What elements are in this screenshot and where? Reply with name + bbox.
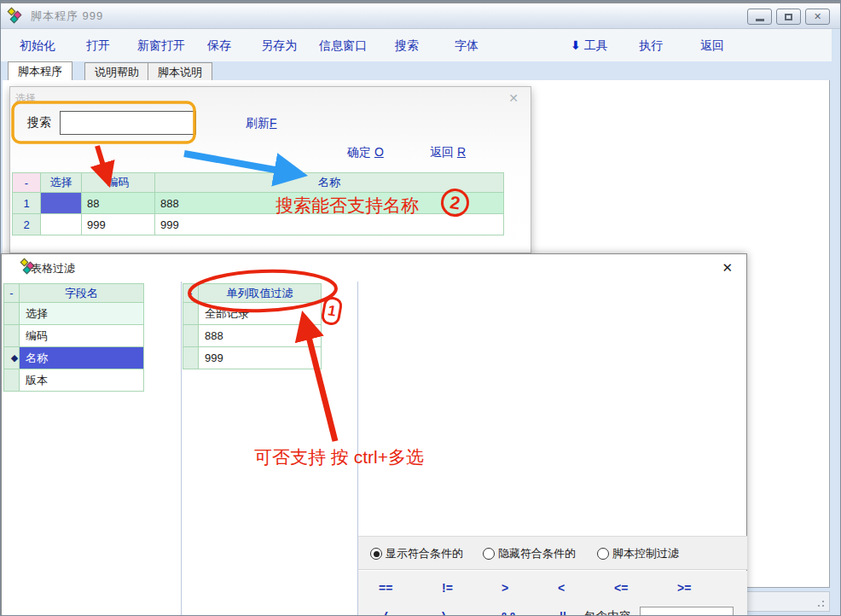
value-item[interactable]: 全部记录	[199, 303, 322, 325]
name-cell[interactable]: 888	[155, 193, 504, 214]
name-cell[interactable]: 999	[155, 214, 504, 235]
tab-script-notes[interactable]: 脚本说明	[148, 62, 212, 80]
op-and[interactable]: &&	[500, 610, 517, 616]
select-table: - 选择 编码 名称 1 88 888 2 999 999	[12, 172, 504, 235]
field-name[interactable]: 选择	[20, 303, 144, 325]
field-row[interactable]: 选择	[4, 303, 144, 325]
refresh-link[interactable]: 刷新F	[246, 116, 277, 131]
radio-hide-matching[interactable]: 隐藏符合条件的	[483, 546, 576, 561]
search-input[interactable]	[60, 111, 196, 135]
col-header-dash[interactable]: -	[183, 284, 199, 303]
toolbar-save[interactable]: 保存	[207, 38, 231, 54]
value-row[interactable]: 888	[183, 325, 322, 347]
select-dialog: 选择 ✕ 搜索 刷新F 确定 O 返回 R - 选择 编码 名称 1 88 88…	[9, 86, 531, 253]
marker-cell	[4, 369, 20, 392]
value-item[interactable]: 888	[199, 325, 322, 347]
filter-mode-radios: 显示符合条件的 隐藏符合条件的 脚本控制过滤	[358, 536, 747, 570]
op-or[interactable]: ||	[560, 610, 566, 616]
code-cell[interactable]: 88	[82, 193, 155, 214]
toolbar-back[interactable]: 返回	[700, 38, 724, 54]
radio-selected-icon	[370, 548, 382, 560]
op-not-equal[interactable]: !=	[442, 581, 453, 595]
contains-input[interactable]	[640, 607, 734, 616]
table-row[interactable]: 1 88 888	[13, 193, 504, 214]
col-header-dash[interactable]: -	[4, 284, 20, 303]
table-row[interactable]: 2 999 999	[13, 214, 504, 235]
close-button[interactable]: ✕	[805, 9, 830, 25]
toolbar-tools-label: 工具	[584, 38, 608, 52]
tab-script-program[interactable]: 脚本程序	[8, 61, 72, 80]
marker-cell	[183, 325, 199, 347]
col-header-select[interactable]: 选择	[41, 173, 82, 193]
field-row[interactable]: 编码	[4, 325, 144, 347]
toolbar-save-as[interactable]: 另存为	[261, 38, 297, 54]
resize-grip[interactable]	[815, 597, 825, 607]
toolbar-run[interactable]: 执行	[639, 38, 663, 54]
op-lparen[interactable]: (	[384, 610, 388, 616]
filter-window-close-icon[interactable]: ✕	[722, 260, 733, 276]
radio-script-filter[interactable]: 脚本控制过滤	[597, 546, 679, 561]
dropdown-arrow-icon: ⬇	[571, 38, 581, 52]
app-screen: 脚本程序 999 ✕ 初始化 打开 新窗打开 保存 另存为 信息窗口 搜索 字体…	[0, 0, 841, 616]
operator-band: == != > < <= >= ( ) && || 包含内容	[358, 571, 747, 616]
col-header-dash[interactable]: -	[13, 173, 41, 193]
toolbar-info-window[interactable]: 信息窗口	[319, 38, 367, 54]
window-controls: ✕	[747, 9, 830, 25]
values-header-row: - 单列取值过滤	[183, 284, 322, 303]
col-header-code[interactable]: 编码	[82, 173, 155, 193]
field-row[interactable]: 版本	[4, 369, 144, 392]
row-number: 2	[13, 214, 41, 235]
col-header-name[interactable]: 名称	[155, 173, 504, 193]
op-equal[interactable]: ==	[379, 581, 392, 595]
back-link[interactable]: 返回 R	[430, 145, 466, 160]
ok-link[interactable]: 确定 O	[347, 145, 384, 160]
toolbar-search[interactable]: 搜索	[395, 38, 419, 54]
minimize-button[interactable]	[747, 9, 772, 25]
toolbar-init[interactable]: 初始化	[20, 38, 55, 54]
marker-cell	[183, 347, 199, 369]
toolbar-font[interactable]: 字体	[455, 38, 478, 54]
filter-window-title: 表格过滤	[31, 261, 75, 276]
op-rparen[interactable]: )	[442, 610, 446, 616]
col-header-value-filter[interactable]: 单列取值过滤	[199, 284, 322, 303]
op-less[interactable]: <	[558, 581, 565, 595]
select-cell[interactable]	[41, 214, 82, 235]
value-row[interactable]: 全部记录	[183, 303, 322, 325]
select-cell-selected[interactable]	[41, 193, 82, 214]
refresh-key: F	[270, 116, 277, 130]
col-header-fieldname[interactable]: 字段名	[20, 284, 144, 303]
ok-key: O	[374, 145, 384, 159]
radio-show-matching[interactable]: 显示符合条件的	[370, 546, 463, 561]
ok-label: 确定	[347, 145, 371, 159]
values-table: - 单列取值过滤 全部记录 888 999	[183, 283, 322, 369]
op-greater[interactable]: >	[502, 581, 508, 595]
op-less-eq[interactable]: <=	[614, 581, 628, 595]
toolbar-open[interactable]: 打开	[86, 38, 110, 54]
restore-button[interactable]	[776, 9, 801, 25]
radio-label: 脚本控制过滤	[612, 546, 679, 561]
close-icon: ✕	[814, 12, 821, 21]
radio-label: 隐藏符合条件的	[498, 546, 576, 561]
fields-table: - 字段名 选择 编码 ◆ 名称 版本	[3, 283, 144, 392]
value-row[interactable]: 999	[183, 347, 322, 369]
value-item[interactable]: 999	[199, 347, 322, 369]
select-dialog-close-icon[interactable]: ✕	[508, 91, 519, 105]
back-key: R	[457, 145, 466, 159]
pane-divider	[181, 282, 182, 616]
toolbar: 初始化 打开 新窗打开 保存 另存为 信息窗口 搜索 字体 ⬇工具 执行 返回	[1, 29, 832, 61]
field-name[interactable]: 版本	[20, 369, 144, 392]
radio-icon	[483, 548, 495, 560]
code-cell[interactable]: 999	[82, 214, 155, 235]
field-name[interactable]: 名称	[20, 347, 144, 369]
filter-window: 表格过滤 ✕ - 字段名 选择 编码 ◆ 名称 版本	[1, 253, 747, 616]
toolbar-open-window[interactable]: 新窗打开	[137, 38, 185, 54]
titlebar[interactable]: 脚本程序 999 ✕	[1, 3, 841, 29]
tab-help[interactable]: 说明帮助	[84, 62, 149, 80]
select-dialog-title: 选择	[15, 91, 36, 106]
row-number: 1	[13, 193, 41, 214]
field-row-selected[interactable]: ◆ 名称	[4, 347, 144, 369]
toolbar-tools[interactable]: ⬇工具	[571, 38, 608, 54]
field-name[interactable]: 编码	[20, 325, 144, 347]
select-table-header-row: - 选择 编码 名称	[13, 173, 504, 193]
op-greater-eq[interactable]: >=	[677, 581, 691, 595]
